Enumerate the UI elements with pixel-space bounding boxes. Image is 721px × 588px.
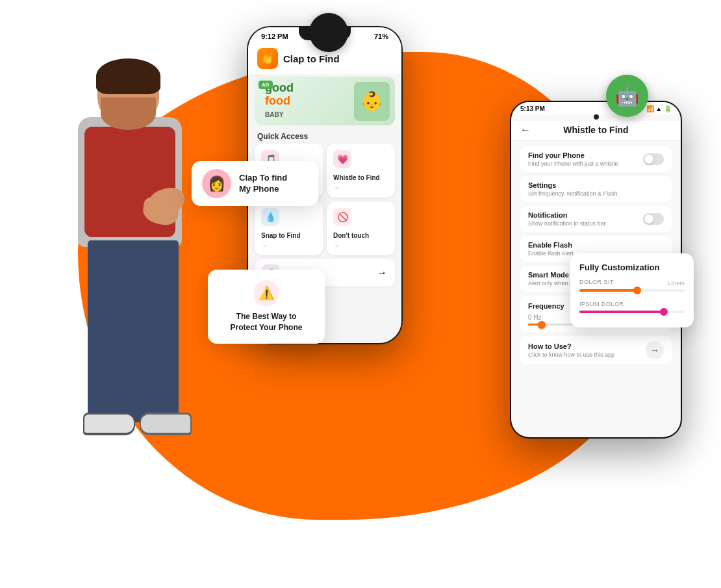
android-status-bar: 5:13 PM 📶 ▲ 🔋 — [511, 102, 681, 114]
android-signal: 📶 ▲ 🔋 — [646, 105, 672, 112]
android-camera — [594, 114, 599, 120]
flash-title: Enable Flash — [528, 241, 664, 249]
find-phone-sub: Find your Phone with just a whistle — [528, 160, 643, 167]
popup-label2: IPSUM DOLOR — [579, 301, 624, 307]
ios-app-title: Clap to Find — [283, 53, 340, 64]
whistle-label: Whistle to Find — [333, 174, 380, 181]
notification-title: Notification — [528, 211, 643, 219]
find-phone-toggle[interactable] — [643, 153, 664, 165]
quick-access-label: Quick Access — [248, 128, 401, 144]
card-clap-find: 👩 Clap To find My Phone — [192, 161, 318, 206]
setting-settings: Settings Set frequency, Notification & F… — [520, 176, 672, 202]
popup-label1: DOLOR SIT — [579, 279, 614, 285]
quick-card-donttouch[interactable]: 🚫 Don't touch → — [327, 201, 395, 255]
card-alert-protect: ⚠️ The Best Way to Protect Your Phone — [208, 270, 325, 344]
apple-badge — [309, 13, 348, 52]
how-to-sub: Click to know how to use this app — [528, 352, 646, 358]
android-page-title: Whistle to Find — [563, 125, 628, 135]
whistle-arrow: → — [333, 184, 388, 191]
android-icon: 🤖 — [615, 84, 639, 107]
snap-arrow: → — [261, 242, 316, 249]
ios-battery: 71% — [374, 32, 388, 40]
snap-icon: 💧 — [261, 208, 279, 226]
notification-toggle[interactable] — [643, 213, 664, 225]
snap-label: Snap to Find — [261, 232, 301, 239]
android-badge: 🤖 — [606, 75, 648, 117]
popup-label1-right: Lorem — [668, 280, 685, 287]
alert-card-text: The Best Way to Protect Your Phone — [218, 311, 314, 333]
popup-slider1[interactable] — [579, 289, 685, 292]
settings-title: Settings — [528, 181, 664, 189]
clap-avatar: 👩 — [202, 169, 231, 198]
setting-notification: Notification Show notification in status… — [520, 206, 672, 232]
popup-title: Fully Customization — [579, 262, 685, 272]
antitheft-arrow: → — [377, 267, 387, 279]
android-app-header: ← Whistle to Find — [511, 121, 681, 141]
how-to-arrow[interactable]: → — [646, 341, 664, 359]
ios-time: 9:12 PM — [261, 32, 288, 40]
donttouch-label: Don't touch — [333, 232, 369, 239]
how-to-title: How to Use? — [528, 342, 646, 350]
popup-slider2[interactable] — [579, 311, 685, 313]
donttouch-icon: 🚫 — [333, 208, 351, 226]
back-button[interactable]: ← — [520, 124, 531, 136]
whistle-icon: 💗 — [333, 150, 351, 168]
notification-sub: Show notification in status bar — [528, 220, 643, 227]
person-image — [19, 39, 240, 533]
customization-popup: Fully Customization DOLOR SIT Lorem IPSU… — [570, 253, 694, 327]
quick-card-whistle[interactable]: 💗 Whistle to Find → — [327, 144, 395, 198]
clap-app-icon: 👏 — [257, 48, 278, 69]
how-to-use-row[interactable]: How to Use? Click to know how to use thi… — [520, 336, 672, 364]
find-phone-title: Find your Phone — [528, 151, 643, 159]
settings-sub: Set frequency, Notification & Flash — [528, 190, 664, 197]
alert-triangle-icon: ⚠️ — [253, 280, 279, 306]
clap-card-text: Clap To find My Phone — [239, 173, 287, 195]
banner-badge: AD — [259, 81, 273, 89]
banner-image: 👶 — [354, 82, 390, 121]
ios-banner: AD goodfoodBABY 👶 — [255, 77, 395, 125]
android-time: 5:13 PM — [520, 105, 545, 112]
donttouch-arrow: → — [333, 242, 388, 249]
setting-find-phone: Find your Phone Find your Phone with jus… — [520, 146, 672, 172]
quick-card-snap[interactable]: 💧 Snap to Find → — [255, 201, 323, 255]
